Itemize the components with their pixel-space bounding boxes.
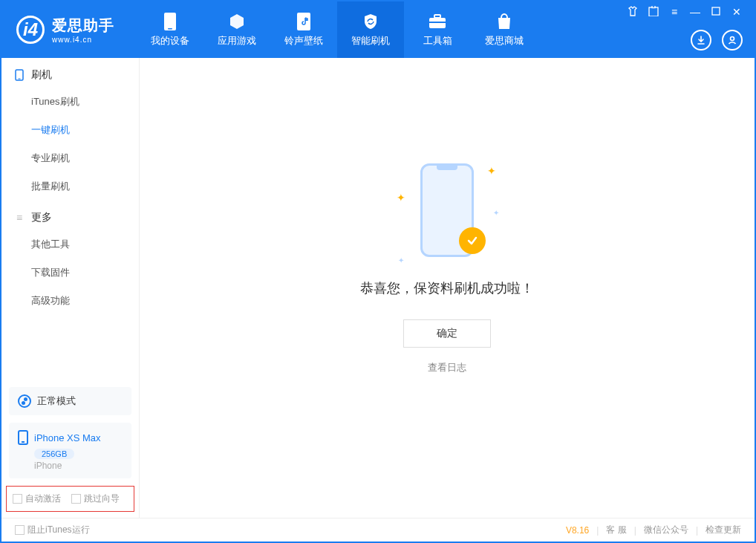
svg-rect-11: [19, 79, 21, 79]
checkbox-skip-guide[interactable]: 跳过向导: [71, 492, 120, 505]
sidebar-item-firmware[interactable]: 下载固件: [1, 259, 139, 287]
checkbox-icon: [15, 525, 25, 535]
update-link[interactable]: 检查更新: [706, 524, 741, 536]
success-message: 恭喜您，保资料刷机成功啦！: [360, 279, 534, 297]
footer: 阻止iTunes运行 V8.16 | 客 服 | 微信公众号 | 检查更新: [1, 518, 755, 542]
device-capacity: 256GB: [34, 449, 74, 459]
music-file-icon: [294, 12, 313, 31]
svg-rect-0: [164, 13, 176, 30]
checkbox-icon: [71, 494, 81, 504]
mode-label: 正常模式: [37, 394, 76, 408]
body: 刷机 iTunes刷机 一键刷机 专业刷机 批量刷机 ≡ 更多 其他工具 下载固…: [1, 58, 755, 518]
separator: |: [696, 525, 698, 536]
download-button[interactable]: [691, 30, 711, 51]
sparkle-icon: ✦: [398, 256, 404, 264]
checkbox-label: 自动激活: [25, 492, 61, 505]
main-content: ✦ ✦ ✦ ✦ 恭喜您，保资料刷机成功啦！ 确定 查看日志: [140, 58, 755, 518]
options-highlight-box: 自动激活 跳过向导: [6, 486, 134, 512]
logo-text: 爱思助手 www.i4.cn: [52, 16, 114, 44]
success-illustration: ✦ ✦ ✦ ✦: [410, 157, 484, 261]
tab-my-device[interactable]: 我的设备: [137, 1, 203, 58]
header-actions: [691, 30, 743, 51]
sidebar-item-advanced[interactable]: 高级功能: [1, 287, 139, 315]
sync-shield-icon: [361, 12, 380, 31]
tab-label: 铃声壁纸: [284, 34, 323, 48]
device-name: iPhone XS Max: [34, 432, 101, 443]
svg-rect-1: [168, 28, 172, 30]
version-label: V8.16: [566, 525, 589, 536]
nav-tabs: 我的设备 应用游戏 铃声壁纸 智能刷机 工具箱 爱思商城: [137, 1, 538, 58]
support-link[interactable]: 客 服: [606, 524, 626, 536]
app-title: 爱思助手: [52, 16, 114, 36]
sidebar-item-batch[interactable]: 批量刷机: [1, 172, 139, 201]
wechat-link[interactable]: 微信公众号: [644, 524, 688, 536]
tab-label: 应用游戏: [218, 34, 256, 48]
tab-label: 爱思商城: [485, 34, 524, 48]
feedback-icon[interactable]: [648, 6, 659, 19]
sidebar: 刷机 iTunes刷机 一键刷机 专业刷机 批量刷机 ≡ 更多 其他工具 下载固…: [1, 58, 140, 518]
tab-flash[interactable]: 智能刷机: [337, 1, 404, 58]
menu-icon[interactable]: ≡: [668, 6, 680, 19]
sparkle-icon: ✦: [487, 165, 496, 177]
svg-point-9: [731, 37, 734, 41]
header-right: ≡ ― ✕: [627, 1, 743, 58]
device-icon: [13, 69, 25, 81]
sidebar-item-other[interactable]: 其他工具: [1, 230, 139, 259]
footer-right: V8.16 | 客 服 | 微信公众号 | 检查更新: [566, 524, 741, 536]
device-box[interactable]: iPhone XS Max 256GB iPhone: [9, 423, 131, 478]
phone-icon: [18, 430, 28, 445]
check-badge-icon: [459, 227, 486, 254]
tab-apps[interactable]: 应用游戏: [203, 1, 270, 58]
sparkle-icon: ✦: [397, 192, 405, 204]
svg-rect-8: [712, 7, 720, 15]
section-more: ≡ 更多: [1, 201, 139, 230]
toolbox-icon: [428, 12, 447, 31]
sidebar-item-pro[interactable]: 专业刷机: [1, 144, 139, 172]
maximize-button[interactable]: [710, 6, 722, 19]
svg-rect-7: [652, 6, 655, 8]
section-flash: 刷机: [1, 58, 139, 88]
svg-rect-6: [649, 7, 658, 16]
tab-ringtones[interactable]: 铃声壁纸: [270, 1, 337, 58]
tab-label: 工具箱: [423, 34, 452, 48]
window-controls: ≡ ― ✕: [627, 6, 743, 19]
sidebar-item-onekey[interactable]: 一键刷机: [1, 116, 139, 144]
logo-icon: i4: [16, 16, 45, 44]
shirt-icon[interactable]: [627, 6, 639, 19]
section-label: 刷机: [31, 68, 52, 82]
svg-rect-5: [429, 22, 446, 23]
minimize-button[interactable]: ―: [689, 6, 701, 19]
separator: |: [634, 525, 636, 536]
mode-icon: [18, 394, 31, 408]
sidebar-bottom: 正常模式 iPhone XS Max 256GB iPhone 自动激活 跳过向…: [1, 387, 139, 518]
tab-toolbox[interactable]: 工具箱: [404, 1, 471, 58]
user-button[interactable]: [722, 30, 743, 51]
checkbox-label: 跳过向导: [84, 492, 120, 505]
phone-icon: [160, 12, 180, 31]
mode-box[interactable]: 正常模式: [9, 387, 131, 415]
svg-rect-4: [434, 15, 440, 18]
checkbox-block-itunes[interactable]: 阻止iTunes运行: [15, 524, 90, 536]
sparkle-icon: ✦: [493, 209, 499, 217]
device-name-row: iPhone XS Max: [18, 430, 123, 445]
close-button[interactable]: ✕: [731, 6, 743, 19]
tab-label: 我的设备: [151, 34, 189, 48]
ok-button[interactable]: 确定: [403, 319, 491, 348]
checkbox-auto-activate[interactable]: 自动激活: [13, 492, 61, 505]
device-type: iPhone: [34, 461, 123, 471]
cube-icon: [227, 12, 247, 31]
tab-store[interactable]: 爱思商城: [471, 1, 538, 58]
menu-icon: ≡: [13, 212, 25, 224]
checkbox-label: 阻止iTunes运行: [27, 524, 90, 536]
sidebar-item-itunes[interactable]: iTunes刷机: [1, 88, 139, 116]
app-header: i4 爱思助手 www.i4.cn 我的设备 应用游戏 铃声壁纸 智能刷机 工具…: [1, 1, 755, 58]
app-subtitle: www.i4.cn: [52, 36, 114, 44]
tab-label: 智能刷机: [351, 34, 390, 48]
checkbox-icon: [13, 494, 22, 504]
section-label: 更多: [31, 211, 52, 224]
separator: |: [596, 525, 599, 536]
view-log-link[interactable]: 查看日志: [428, 361, 466, 374]
bag-icon: [495, 12, 514, 31]
logo-area: i4 爱思助手 www.i4.cn: [16, 16, 114, 44]
